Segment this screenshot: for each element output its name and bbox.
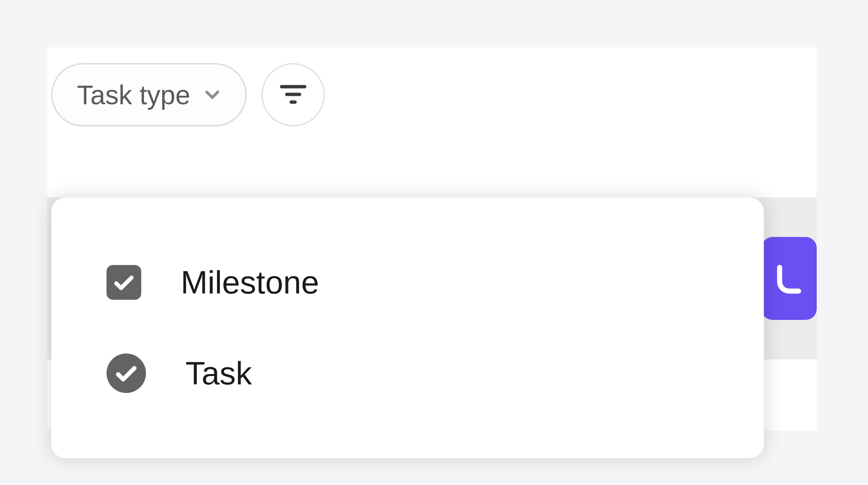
task-icon bbox=[107, 353, 146, 393]
dropdown-item-label: Task bbox=[185, 357, 252, 389]
task-type-label: Task type bbox=[77, 81, 190, 108]
filter-icon bbox=[278, 79, 309, 111]
accent-chip[interactable] bbox=[761, 237, 817, 320]
dropdown-item-task[interactable]: Task bbox=[107, 328, 764, 419]
accent-glyph-icon bbox=[770, 259, 808, 297]
filter-button[interactable] bbox=[262, 63, 325, 126]
filter-bar: Task type bbox=[47, 47, 817, 126]
milestone-icon bbox=[107, 265, 141, 300]
task-type-dropdown-button[interactable]: Task type bbox=[51, 63, 247, 126]
dropdown-item-milestone[interactable]: Milestone bbox=[107, 237, 764, 328]
task-type-dropdown: Milestone Task bbox=[51, 197, 764, 458]
chevron-down-icon bbox=[201, 84, 223, 106]
main-panel: Task type Miles bbox=[47, 47, 817, 430]
dropdown-item-label: Milestone bbox=[181, 266, 319, 299]
